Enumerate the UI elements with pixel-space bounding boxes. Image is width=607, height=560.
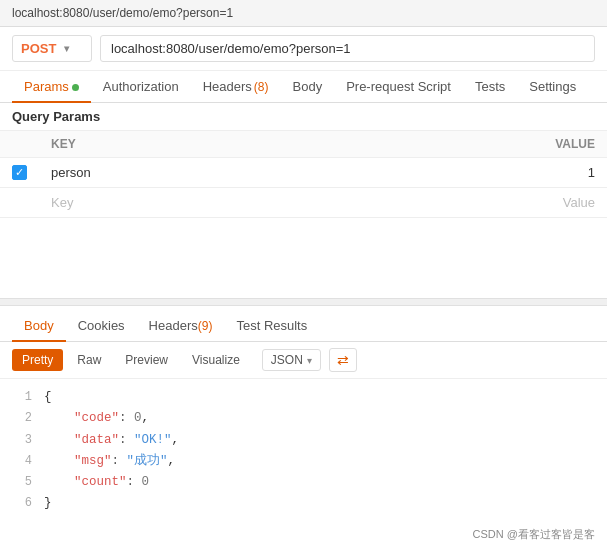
value-header: VALUE	[343, 131, 608, 158]
checkmark-icon: ✓	[15, 167, 24, 178]
watermark: CSDN @看客过客皆是客	[0, 523, 607, 546]
code-content: "code": 0,	[44, 408, 599, 429]
params-dot	[72, 84, 79, 91]
query-params-label: Query Params	[0, 103, 607, 131]
code-content: "data": "OK!",	[44, 430, 599, 451]
format-btn-preview[interactable]: Preview	[115, 349, 178, 371]
new-param-value-placeholder: Value	[563, 195, 595, 210]
tab-tests[interactable]: Tests	[463, 71, 517, 102]
tab-headers[interactable]: Headers(8)	[191, 71, 281, 102]
param-checkbox-cell: ✓	[0, 158, 39, 188]
code-body: 1 { 2 "code": 0, 3 "data": "OK!", 4 "msg…	[0, 379, 607, 523]
line-number: 2	[8, 408, 32, 428]
method-select[interactable]: POST ▾	[12, 35, 92, 62]
param-row-person: ✓ person 1	[0, 158, 607, 188]
section-divider	[0, 298, 607, 306]
line-number: 6	[8, 493, 32, 513]
response-tabs-bar: Body Cookies Headers(9) Test Results	[0, 310, 607, 342]
code-line-2: 2 "code": 0,	[0, 408, 607, 429]
response-tab-testresults[interactable]: Test Results	[224, 310, 319, 341]
new-param-key-cell[interactable]: Key	[39, 188, 343, 218]
code-line-1: 1 {	[0, 387, 607, 408]
line-number: 1	[8, 387, 32, 407]
format-btn-visualize[interactable]: Visualize	[182, 349, 250, 371]
code-line-5: 5 "count": 0	[0, 472, 607, 493]
line-number: 5	[8, 472, 32, 492]
request-row: POST ▾	[0, 27, 607, 71]
code-content: }	[44, 493, 599, 514]
method-chevron-icon: ▾	[64, 43, 69, 54]
tab-authorization[interactable]: Authorization	[91, 71, 191, 102]
url-bar: localhost:8080/user/demo/emo?person=1	[0, 0, 607, 27]
json-format-label: JSON	[271, 353, 303, 367]
param-value-cell: 1	[343, 158, 608, 188]
new-param-checkbox-cell	[0, 188, 39, 218]
tab-settings[interactable]: Settings	[517, 71, 588, 102]
format-btn-pretty[interactable]: Pretty	[12, 349, 63, 371]
url-bar-text: localhost:8080/user/demo/emo?person=1	[12, 6, 233, 20]
wrap-icon-button[interactable]: ⇄	[329, 348, 357, 372]
line-number: 3	[8, 430, 32, 450]
request-url-input[interactable]	[100, 35, 595, 62]
param-key-cell: person	[39, 158, 343, 188]
headers-badge: (9)	[198, 319, 213, 333]
response-tab-headers[interactable]: Headers(9)	[137, 310, 225, 341]
params-table: KEY VALUE ✓ person 1 Key	[0, 131, 607, 218]
method-label: POST	[21, 41, 56, 56]
json-format-chevron-icon: ▾	[307, 355, 312, 366]
param-new-row: Key Value	[0, 188, 607, 218]
new-param-key-placeholder: Key	[51, 195, 73, 210]
tab-params[interactable]: Params	[12, 71, 91, 102]
line-number: 4	[8, 451, 32, 471]
tab-prerequest[interactable]: Pre-request Script	[334, 71, 463, 102]
format-btn-raw[interactable]: Raw	[67, 349, 111, 371]
param-checkbox[interactable]: ✓	[12, 165, 27, 180]
key-header: KEY	[39, 131, 343, 158]
tab-body[interactable]: Body	[281, 71, 335, 102]
code-content: {	[44, 387, 599, 408]
code-content: "msg": "成功",	[44, 451, 599, 472]
code-content: "count": 0	[44, 472, 599, 493]
tabs-bar: Params Authorization Headers(8) Body Pre…	[0, 71, 607, 103]
code-line-6: 6 }	[0, 493, 607, 514]
json-format-select[interactable]: JSON ▾	[262, 349, 321, 371]
checkbox-header	[0, 131, 39, 158]
code-line-3: 3 "data": "OK!",	[0, 430, 607, 451]
new-param-value-cell[interactable]: Value	[343, 188, 608, 218]
response-tab-cookies[interactable]: Cookies	[66, 310, 137, 341]
code-line-4: 4 "msg": "成功",	[0, 451, 607, 472]
response-tab-body[interactable]: Body	[12, 310, 66, 341]
format-bar: Pretty Raw Preview Visualize JSON ▾ ⇄	[0, 342, 607, 379]
wrap-lines-icon: ⇄	[337, 352, 349, 368]
